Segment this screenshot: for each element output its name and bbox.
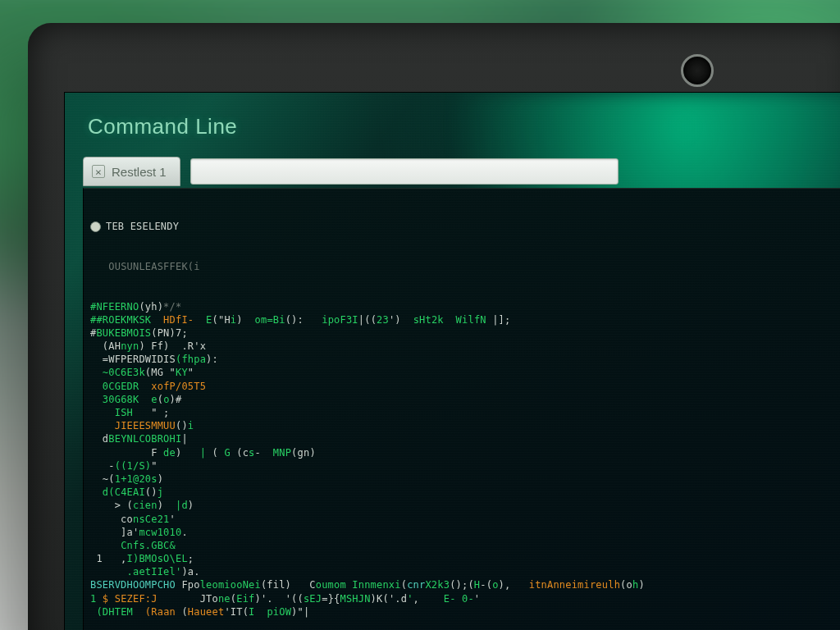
bullet-icon <box>90 221 101 232</box>
code-line: 30G68K e(o)# <box>90 393 840 406</box>
terminal-output: #NFEERNO(yh)*/*##ROEKMKSK HDfI- E("Hi) o… <box>90 300 840 631</box>
tab-active[interactable]: × Restlest 1 <box>83 157 180 186</box>
code-line: ~(1+1@20s) <box>90 472 840 486</box>
terminal-header-line1: TEB ESELENDY <box>106 220 179 233</box>
code-line: .aetIIel')a. <box>90 565 840 578</box>
code-line: BSERVDHOOMPCHO FpoleomiooNei(fil) Coumom… <box>90 578 840 591</box>
address-bar[interactable] <box>190 158 619 185</box>
code-line: ~0C6E3k(MG "KY" <box>90 366 840 379</box>
code-line: dBEYNLCOBROHI| <box>90 432 840 445</box>
code-line <box>90 619 840 630</box>
tab-label: Restlest 1 <box>112 165 167 179</box>
code-line: ##ROEKMKSK HDfI- E("Hi) om=Bi(): ipoF3I|… <box>90 313 840 326</box>
code-line: 1 $ SEZEF:J JTone(Eif)'. '((sEJ=}{MSHJN)… <box>90 592 840 605</box>
tab-bar: × Restlest 1 <box>83 155 619 188</box>
code-line: (AHnyn) Ff) .R'x <box>90 340 840 353</box>
code-line: Cnfs.GBC& <box>90 539 840 552</box>
screen: Command Line × Restlest 1 TEB ESELENDY O… <box>64 92 840 630</box>
code-line: (DHTEM (Raan (Haueet'IT(I piOW)"| <box>90 605 840 619</box>
code-line: F de) | ( G (cs- MNP(gn) <box>90 446 840 459</box>
terminal-header-line2: OUSUNLEASFFEK(i <box>90 260 840 273</box>
code-line: =WFPERDWIDIS(fhpa): <box>90 353 840 366</box>
terminal[interactable]: TEB ESELENDY OUSUNLEASFFEK(i #NFEERNO(yh… <box>83 188 840 630</box>
code-line: consCe21' <box>90 513 840 526</box>
code-line: > (cien) |d) <box>90 499 840 512</box>
code-line: #NFEERNO(yh)*/* <box>90 300 840 313</box>
code-line: #BUKEBMOIS(PN)7; <box>90 326 840 340</box>
tab-close-icon[interactable]: × <box>92 165 105 178</box>
code-line: 1 ,I)BMOsO\EL; <box>90 552 840 565</box>
code-line: 0CGEDR xofP/05T5 <box>90 380 840 393</box>
code-line: ISH " ; <box>90 406 840 419</box>
code-line: JIEEESMMUU()i <box>90 419 840 432</box>
terminal-header: TEB ESELENDY <box>90 220 840 233</box>
code-line: -((1/S)" <box>90 459 840 472</box>
window-title: Command Line <box>88 114 237 139</box>
code-line: d(C4EAI()j <box>90 486 840 499</box>
webcam-icon <box>681 54 714 87</box>
code-line: ]a'mcw1010. <box>90 526 840 539</box>
